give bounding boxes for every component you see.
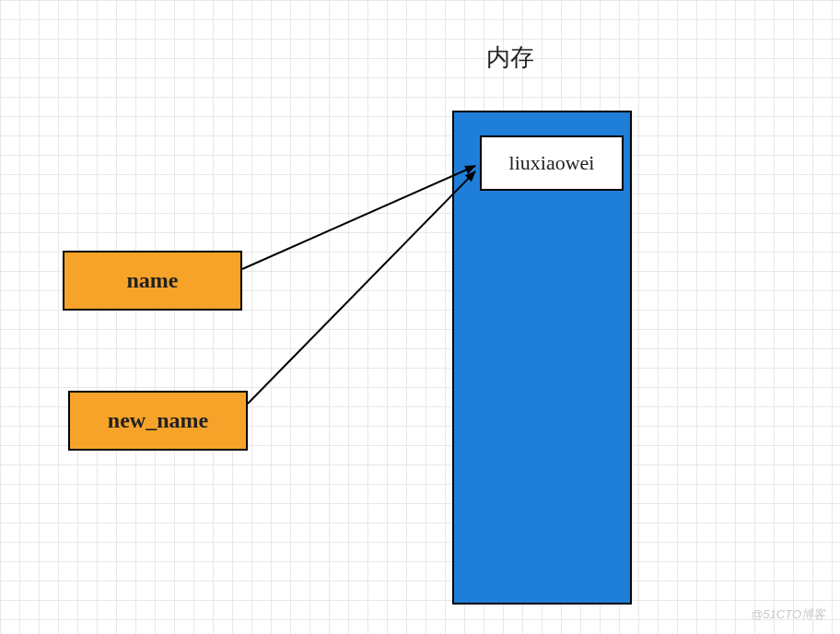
variable-newname-label: new_name bbox=[108, 408, 208, 433]
variable-newname-box: new_name bbox=[68, 391, 248, 451]
memory-value-box: liuxiaowei bbox=[480, 135, 624, 191]
arrow-name-to-value bbox=[242, 166, 475, 269]
arrow-newname-to-value bbox=[248, 171, 475, 404]
variable-name-box: name bbox=[63, 251, 242, 311]
diagram-title: 内存 bbox=[486, 41, 534, 74]
arrows-layer bbox=[0, 0, 840, 634]
variable-name-label: name bbox=[127, 268, 179, 293]
memory-value-text: liuxiaowei bbox=[509, 151, 595, 175]
watermark-text: @51CTO博客 bbox=[751, 606, 825, 623]
